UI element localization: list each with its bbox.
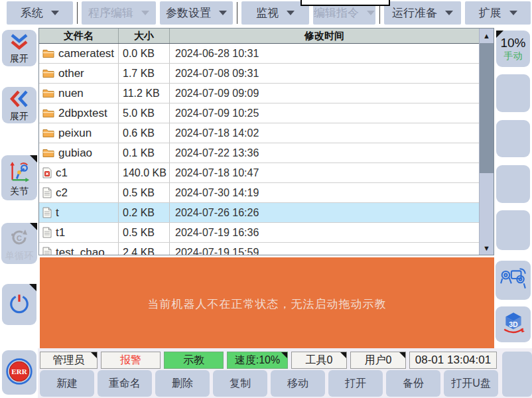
folder-icon — [42, 88, 54, 98]
err-icon: ERR — [5, 358, 33, 388]
status-user-level-label: 管理员 — [53, 354, 85, 367]
table-row[interactable]: t10.5 KB2024-07-19 16:36 — [39, 223, 479, 243]
column-header-filename[interactable]: 文件名 — [39, 29, 119, 43]
menu-monitor-label: 监视 — [256, 5, 279, 21]
expand-down-button[interactable]: 展开 — [2, 30, 36, 66]
file-name-cell: gubiao — [39, 143, 119, 163]
scrollbar[interactable]: ▲ ▼ — [479, 29, 494, 255]
speed-value: 10% — [500, 36, 525, 50]
menubar: 系统 程序编辑 参数设置 监视 编辑指令 运行准备 扩展 — [0, 0, 532, 27]
menu-system-label: 系统 — [21, 5, 43, 21]
menu-extension[interactable]: 扩展 — [465, 1, 531, 25]
folder-icon — [42, 48, 54, 58]
table-row[interactable]: 2dbpxtest5.0 KB2024-07-09 10:25 — [39, 103, 479, 123]
folder-icon — [42, 128, 54, 138]
command-button[interactable]: 打开 — [328, 370, 383, 397]
file-size-cell: 0.1 KB — [119, 143, 170, 163]
file-icon — [42, 227, 52, 238]
status-clock: 08-01 13:04:01 — [409, 352, 497, 369]
drag-teach-button[interactable] — [496, 261, 531, 300]
right-blank-button-4[interactable] — [496, 210, 530, 250]
menu-run-preparation[interactable]: 运行准备 — [384, 1, 461, 25]
status-clock-value: 08-01 13:04:01 — [415, 354, 491, 367]
warning-message-panel: 当前机器人不在正常状态，无法启动拖动示教 — [40, 257, 494, 350]
expand-down-label: 展开 — [10, 54, 29, 63]
file-modified-cell: 2024-07-19 15:59 — [170, 243, 479, 255]
file-modified-cell: 2024-07-09 09:09 — [170, 84, 479, 103]
menu-monitor[interactable]: 监视 — [241, 1, 309, 25]
file-modified-cell: 2024-07-30 14:19 — [170, 183, 479, 202]
status-teach-mode[interactable]: 示教 — [164, 352, 224, 369]
servo-power-button[interactable] — [2, 284, 36, 325]
command-button[interactable]: 删除 — [155, 370, 210, 397]
joint-label: 关节 — [10, 186, 29, 196]
command-button[interactable]: 打开U盘 — [444, 370, 498, 397]
program-file-icon — [42, 167, 52, 178]
file-icon — [42, 187, 52, 198]
clipped-popup — [300, 0, 390, 6]
table-row[interactable]: test_chao2.4 KB2024-07-19 15:59 — [39, 243, 479, 255]
scrollbar-thumb[interactable] — [480, 43, 494, 173]
table-row[interactable]: other1.7 KB2024-07-08 09:31 — [39, 64, 479, 84]
menu-divider — [237, 2, 237, 24]
table-row[interactable]: t0.2 KB2024-07-26 16:26 — [39, 203, 479, 223]
menu-run-preparation-label: 运行准备 — [392, 5, 437, 21]
column-header-modified[interactable]: 修改时间 — [170, 29, 479, 43]
command-button[interactable]: 移动 — [271, 370, 325, 397]
file-name-cell: c2 — [39, 183, 119, 202]
expand-left-button[interactable]: 展开 — [2, 87, 36, 123]
chevron-down-icon — [287, 11, 295, 15]
menu-edit-instruction-label: 编辑指令 — [314, 5, 359, 21]
command-button[interactable]: 复制 — [213, 370, 267, 397]
speed-mode-button[interactable]: 10% 手动 — [496, 31, 530, 67]
file-modified-cell: 2024-07-18 10:47 — [170, 163, 479, 182]
joint-coordinate-button[interactable]: 关节 — [1, 155, 37, 200]
menu-parameter-settings[interactable]: 参数设置 — [160, 1, 233, 25]
command-button[interactable]: 重命名 — [98, 370, 152, 397]
right-blank-button-2[interactable] — [496, 120, 530, 157]
file-icon — [42, 207, 52, 218]
file-modified-cell: 2024-07-08 09:31 — [170, 64, 479, 83]
table-row[interactable]: peixun0.6 KB2024-07-18 14:02 — [39, 123, 479, 143]
partial-right-button[interactable] — [502, 352, 532, 397]
chevron-down-icon — [219, 11, 227, 15]
status-alarm[interactable]: 报警 — [101, 352, 161, 369]
status-user-level[interactable]: 管理员 — [40, 352, 98, 369]
table-row[interactable]: nuen11.2 KB2024-07-09 09:09 — [39, 84, 479, 103]
command-button[interactable]: 备份 — [386, 370, 440, 397]
status-bar: 管理员 报警 示教 速度:10% 工具0 用户0 08-01 13:04:01 — [40, 352, 497, 369]
scroll-down-icon[interactable]: ▼ — [480, 241, 494, 255]
file-modified-cell: 2024-07-18 14:02 — [170, 123, 479, 143]
power-icon — [9, 293, 30, 316]
file-name: t1 — [56, 226, 65, 239]
menu-system[interactable]: 系统 — [7, 1, 73, 25]
table-row[interactable]: cameratest0.0 KB2024-06-28 10:31 — [39, 44, 479, 64]
file-size-cell: 5.0 KB — [119, 103, 170, 123]
status-tool[interactable]: 工具0 — [291, 352, 347, 369]
status-speed[interactable]: 速度:10% — [227, 352, 288, 369]
right-blank-button-1[interactable] — [496, 74, 530, 112]
table-row[interactable]: c20.5 KB2024-07-30 14:19 — [39, 183, 479, 203]
menu-parameter-settings-label: 参数设置 — [166, 5, 211, 21]
table-row[interactable]: c1140.0 KB2024-07-18 10:47 — [39, 163, 479, 183]
status-tool-label: 工具0 — [306, 354, 333, 367]
file-size-cell: 0.6 KB — [119, 123, 170, 143]
chevron-down-icon — [509, 11, 517, 15]
file-name: cameratest — [58, 47, 114, 60]
scroll-up-icon[interactable]: ▲ — [480, 29, 494, 42]
column-header-size[interactable]: 大小 — [119, 29, 170, 43]
command-button[interactable]: 新建 — [40, 370, 94, 397]
expand-left-label: 展开 — [10, 111, 29, 121]
single-cycle-icon: C — [9, 228, 29, 250]
menu-extension-label: 扩展 — [479, 5, 501, 21]
file-name: 2dbpxtest — [58, 107, 107, 120]
table-row[interactable]: gubiao0.1 KB2024-07-22 13:36 — [39, 143, 479, 163]
right-blank-button-3[interactable] — [496, 165, 530, 203]
status-alarm-label: 报警 — [120, 354, 141, 367]
status-user-frame[interactable]: 用户0 — [350, 352, 406, 369]
error-button[interactable]: ERR — [2, 350, 36, 395]
file-size-cell: 1.7 KB — [119, 64, 170, 83]
file-size-cell: 0.5 KB — [119, 183, 170, 202]
view-3d-button[interactable]: 3D — [496, 306, 531, 342]
file-name: test_chao — [56, 246, 105, 255]
